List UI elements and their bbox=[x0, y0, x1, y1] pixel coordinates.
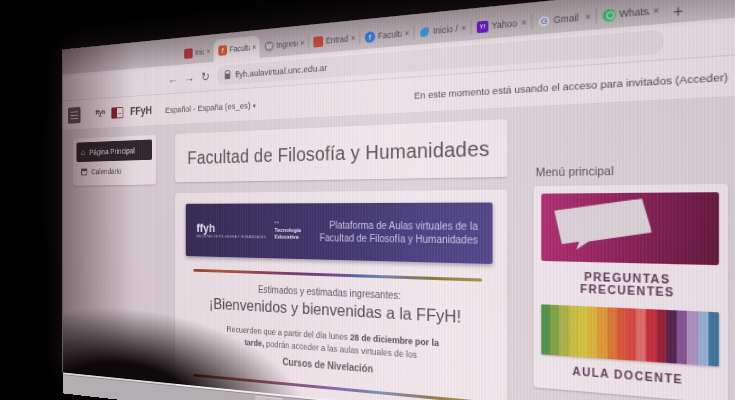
home-icon: ⌂ bbox=[81, 148, 85, 157]
close-tab-icon[interactable]: × bbox=[461, 23, 466, 34]
browser-tab[interactable]: Inicio / Twit× bbox=[413, 15, 470, 45]
lock-icon bbox=[225, 73, 231, 79]
welcome-note: Recuerden que a partir del día lunes 28 … bbox=[217, 322, 451, 383]
preguntas-frecuentes-image[interactable] bbox=[541, 192, 719, 265]
rainbow-stripe bbox=[656, 309, 666, 362]
platform-banner: ffyh FACULTAD DE FILOSOFÍA Y HUMANIDADES… bbox=[186, 203, 493, 264]
site-brand[interactable]: FFyH bbox=[130, 104, 152, 118]
sidebar-item[interactable]: ⌂Página Principal bbox=[77, 139, 153, 162]
red-doc-icon bbox=[184, 48, 192, 59]
rainbow-stripe bbox=[636, 309, 646, 362]
banner-text: Plataforma de Aulas virtuales de la Facu… bbox=[319, 218, 477, 247]
unc-badge-icon: – bbox=[111, 106, 123, 118]
ffyh-mini-logo: ffyh▪▪▪ bbox=[95, 108, 105, 118]
main-column: Facultad de Filosofía y Humanidades ffyh… bbox=[175, 119, 507, 400]
rainbow-stripe bbox=[550, 305, 559, 356]
rainbow-stripe bbox=[667, 310, 677, 364]
heading-card: Facultad de Filosofía y Humanidades bbox=[175, 119, 507, 182]
speech-bubble-icon bbox=[554, 198, 653, 251]
sidebar-item-label: Página Principal bbox=[89, 146, 134, 156]
rainbow-stripe bbox=[687, 311, 697, 365]
rainbow-stripe bbox=[560, 305, 569, 356]
close-tab-icon[interactable]: × bbox=[404, 28, 409, 39]
url-text: ffyh.aulavirtual.unc.edu.ar bbox=[235, 62, 327, 80]
tab-title: Ingreso a la bbox=[276, 38, 297, 49]
tab-title: Entradas ‹ I bbox=[326, 34, 348, 46]
yahoo-icon: Y! bbox=[477, 20, 489, 33]
firefox-taskbar-button[interactable] bbox=[256, 396, 283, 400]
page-body: ⌂Página PrincipalCalendario Facultad de … bbox=[63, 92, 735, 400]
facebook-icon: f bbox=[365, 31, 375, 43]
browser-tab[interactable]: fFacultad de× bbox=[214, 35, 260, 61]
rainbow-stripe bbox=[698, 311, 709, 365]
twitter-icon bbox=[419, 26, 430, 38]
language-label: Español - España (es_es) bbox=[165, 99, 250, 114]
main-menu-title: Menú principal bbox=[536, 161, 728, 178]
hamburger-menu-icon[interactable] bbox=[68, 107, 81, 124]
browser-tab[interactable]: fFacultad de× bbox=[359, 20, 413, 49]
preguntas-frecuentes-link[interactable]: PREGUNTAS FRECUENTES bbox=[541, 270, 719, 301]
guest-access-notice: En este momento está usando el acceso pa… bbox=[414, 70, 728, 101]
forward-icon[interactable]: → bbox=[184, 72, 194, 84]
page-title: Facultad de Filosofía y Humanidades bbox=[187, 136, 489, 168]
rainbow-divider-top bbox=[194, 269, 482, 281]
aula-docente-image[interactable] bbox=[541, 304, 719, 366]
tab-title: WhatsApp bbox=[619, 6, 649, 20]
aula-docente-link[interactable]: AULA DOCENTE bbox=[541, 363, 719, 389]
tecnologia-educativa-logo: Tecnología Educativa bbox=[274, 221, 301, 242]
rainbow-stripe bbox=[708, 312, 719, 367]
content-card: ffyh FACULTAD DE FILOSOFÍA Y HUMANIDADES… bbox=[175, 190, 507, 400]
google-icon: G bbox=[538, 14, 550, 27]
rainbow-stripe bbox=[646, 309, 656, 362]
main-menu-card: PREGUNTAS FRECUENTES AULA DOCENTE bbox=[533, 184, 728, 400]
tab-title: Inicio / Twit bbox=[433, 23, 458, 36]
tab-title: Inicio - Tecn bbox=[195, 47, 204, 57]
red-square-icon bbox=[313, 36, 323, 48]
sidebar-item[interactable]: Calendario bbox=[77, 160, 153, 182]
monitor-screen: Inicio - Tecn×fFacultad de×WIngreso a la… bbox=[63, 0, 735, 400]
browser-tab[interactable]: Entradas ‹ I× bbox=[308, 26, 359, 54]
rainbow-stripe bbox=[597, 307, 607, 359]
guest-notice-text: En este momento está usando el acceso pa… bbox=[414, 73, 672, 100]
tab-title: Yahoo bbox=[491, 18, 517, 31]
close-tab-icon[interactable]: × bbox=[585, 11, 591, 23]
rainbow-stripe bbox=[578, 306, 587, 357]
browser-tab[interactable]: Inicio - Tecn× bbox=[183, 40, 214, 65]
browser-tab[interactable]: Y!Yahoo× bbox=[471, 9, 532, 40]
back-icon[interactable]: ← bbox=[168, 73, 178, 85]
browser-tab[interactable]: WIngreso a la× bbox=[260, 31, 308, 58]
ffyh-icon: f bbox=[218, 45, 227, 56]
sidebar-item-label: Calendario bbox=[91, 166, 121, 175]
rainbow-stripe bbox=[617, 308, 627, 360]
sidebar: ⌂Página PrincipalCalendario bbox=[73, 135, 156, 186]
login-link[interactable]: (Acceder) bbox=[675, 70, 728, 86]
close-tab-icon[interactable]: × bbox=[351, 33, 356, 43]
whatsapp-icon bbox=[603, 8, 616, 22]
rainbow-stripe bbox=[677, 310, 687, 364]
browser-tab[interactable]: GGmail× bbox=[531, 3, 595, 35]
reload-icon[interactable]: ↻ bbox=[201, 70, 210, 82]
chevron-down-icon: ▾ bbox=[253, 102, 256, 109]
rainbow-stripe bbox=[541, 304, 550, 355]
monitor-photo: Inicio - Tecn×fFacultad de×WIngreso a la… bbox=[0, 0, 735, 400]
banner-logo-subtext: FACULTAD DE FILOSOFÍA Y HUMANIDADES bbox=[196, 235, 266, 239]
close-tab-icon[interactable]: × bbox=[300, 38, 305, 48]
calendar-icon bbox=[81, 168, 87, 175]
rainbow-stripe bbox=[588, 306, 598, 358]
rainbow-stripe bbox=[569, 306, 578, 357]
close-tab-icon[interactable]: × bbox=[206, 47, 210, 56]
banner-ffyh-logo: ffyh FACULTAD DE FILOSOFÍA Y HUMANIDADES bbox=[196, 222, 266, 240]
tab-title: Facultad de bbox=[230, 43, 250, 54]
rainbow-stripe bbox=[626, 308, 636, 361]
language-selector[interactable]: Español - España (es_es) ▾ bbox=[165, 99, 255, 114]
close-tab-icon[interactable]: × bbox=[653, 5, 659, 17]
rainbow-stripe bbox=[607, 307, 617, 359]
tab-title: Facultad de bbox=[378, 29, 402, 41]
wordpress-icon: W bbox=[265, 40, 274, 51]
tab-title: Gmail bbox=[553, 12, 581, 26]
close-tab-icon[interactable]: × bbox=[252, 42, 256, 52]
right-column: Menú principal PREGUNTAS FRECUENTES AULA… bbox=[533, 109, 728, 400]
close-tab-icon[interactable]: × bbox=[521, 17, 527, 28]
new-tab-button[interactable]: + bbox=[673, 2, 683, 19]
